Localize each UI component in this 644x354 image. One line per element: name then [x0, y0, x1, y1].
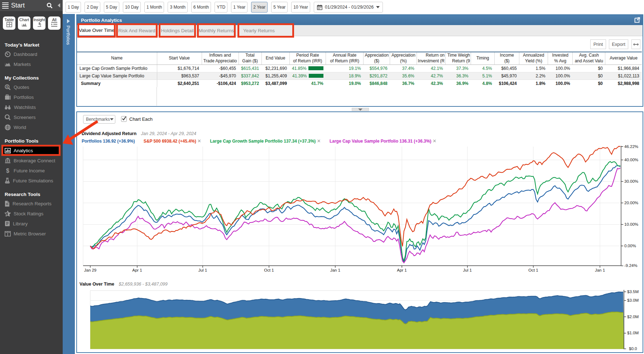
svg-text:Jan 1: Jan 1 — [330, 268, 340, 272]
svg-text:46.22%: 46.22% — [624, 144, 638, 149]
svg-text:10.00%: 10.00% — [624, 222, 638, 226]
svg-text:20.00%: 20.00% — [624, 201, 638, 205]
svg-text:Apr 1: Apr 1 — [397, 268, 407, 272]
svg-text:$3.5M: $3.5M — [627, 290, 639, 294]
svg-text:30.00%: 30.00% — [624, 179, 638, 183]
svg-text:$0.0: $0.0 — [629, 346, 637, 351]
svg-text:Jul 1: Jul 1 — [463, 268, 472, 272]
svg-text:40.00%: 40.00% — [624, 158, 638, 162]
svg-text:Oct 1: Oct 1 — [528, 268, 538, 272]
svg-text:$3.0M: $3.0M — [627, 298, 639, 302]
svg-text:$2.0M: $2.0M — [627, 315, 639, 319]
svg-text:$: $ — [6, 85, 8, 88]
svg-text:Oct 1: Oct 1 — [264, 268, 274, 272]
svg-text:Apr 1: Apr 1 — [132, 268, 142, 272]
svg-text:Jan 29: Jan 29 — [84, 268, 97, 272]
svg-text:0.00%: 0.00% — [624, 244, 636, 248]
svg-text:$: $ — [6, 168, 9, 174]
svg-text:Jul 1: Jul 1 — [198, 268, 207, 272]
svg-text:-9.24%: -9.24% — [624, 263, 637, 268]
svg-text:$1.0M: $1.0M — [627, 331, 639, 335]
svg-text:Jan 1: Jan 1 — [595, 268, 605, 272]
